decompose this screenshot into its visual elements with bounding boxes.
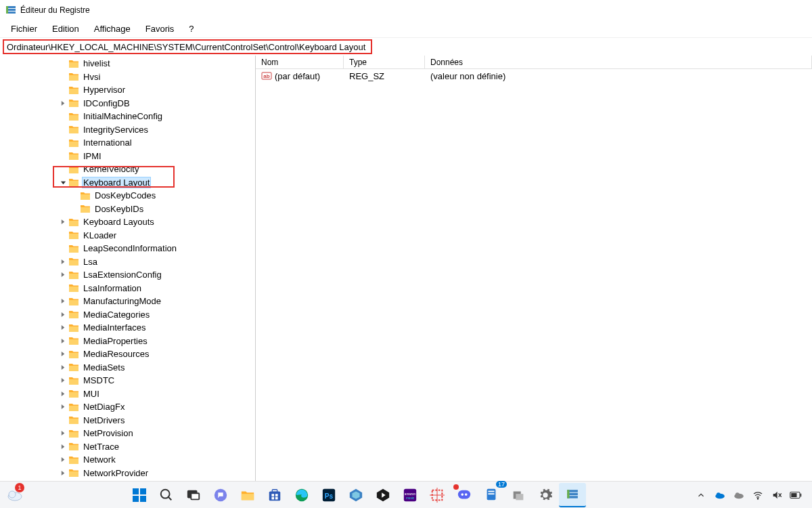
tree-item[interactable]: MUI xyxy=(0,387,255,401)
expand-icon[interactable] xyxy=(59,389,67,398)
tree-item[interactable]: KernelVelocity xyxy=(0,163,255,176)
tree-item[interactable]: NetworkProvider xyxy=(0,467,255,480)
tree-item[interactable]: MediaInterfaces xyxy=(0,321,255,335)
file-explorer-icon[interactable] xyxy=(234,483,261,507)
tree-item-label: NetProvision xyxy=(82,428,135,438)
tree-item[interactable]: DosKeybIDs xyxy=(0,203,255,216)
task-view-button[interactable] xyxy=(180,483,207,507)
value-row[interactable]: ab(par défaut)REG_SZ(valeur non définie) xyxy=(256,69,812,83)
tree-item[interactable]: Keyboard Layouts xyxy=(0,215,255,229)
menu-favorites[interactable]: Favoris xyxy=(139,22,181,35)
menu-help[interactable]: ? xyxy=(182,22,200,35)
tree-item[interactable]: Hvsi xyxy=(0,70,255,84)
tree-item[interactable]: MediaSets xyxy=(0,361,255,375)
values-panel[interactable]: Nom Type Données ab(par défaut)REG_SZ(va… xyxy=(256,56,812,481)
expand-icon[interactable] xyxy=(59,310,67,318)
folder-icon xyxy=(68,138,82,148)
tree-item[interactable]: MediaCategories xyxy=(0,308,255,322)
tree-item[interactable]: MSDTC xyxy=(0,374,255,387)
snipping-tool-icon[interactable] xyxy=(424,483,451,507)
expand-icon[interactable] xyxy=(59,377,67,385)
app-icon-1[interactable] xyxy=(342,483,369,507)
expand-icon[interactable] xyxy=(59,429,67,438)
wifi-icon[interactable] xyxy=(751,488,765,502)
microsoft-store-icon[interactable] xyxy=(261,483,288,507)
search-button[interactable] xyxy=(153,483,180,507)
settings-icon[interactable] xyxy=(532,483,559,507)
onedrive-icon[interactable] xyxy=(713,488,727,502)
tree-item[interactable]: hivelist xyxy=(0,57,255,70)
expand-icon[interactable] xyxy=(59,350,67,358)
expand-icon[interactable] xyxy=(59,442,67,450)
svg-rect-21 xyxy=(275,494,278,496)
teams-chat-icon[interactable] xyxy=(207,483,234,507)
tree-item-label: MediaProperties xyxy=(82,336,149,346)
expand-icon[interactable] xyxy=(59,297,67,305)
folder-icon xyxy=(68,402,82,412)
tree-item[interactable]: NetTrace xyxy=(0,440,255,454)
regedit-taskbar-icon[interactable] xyxy=(559,483,586,507)
tree-item[interactable]: IntegrityServices xyxy=(0,123,255,137)
col-header-data[interactable]: Données xyxy=(425,56,812,68)
menu-edit[interactable]: Edition xyxy=(45,22,86,35)
tree-item[interactable]: NetDiagFx xyxy=(0,400,255,414)
expand-icon[interactable] xyxy=(59,337,67,345)
address-bar[interactable]: Ordinateur\HKEY_LOCAL_MACHINE\SYSTEM\Cur… xyxy=(3,39,372,54)
folder-icon xyxy=(68,230,82,240)
col-header-name[interactable]: Nom xyxy=(256,56,344,68)
tree-item[interactable]: LsaInformation xyxy=(0,282,255,295)
value-name: (par défaut) xyxy=(275,71,320,81)
expand-icon[interactable] xyxy=(59,403,67,411)
tree-item[interactable]: IPMI xyxy=(0,150,255,163)
folder-icon xyxy=(68,336,82,345)
volume-icon[interactable] xyxy=(770,488,784,502)
tree-item[interactable]: IDConfigDB xyxy=(0,97,255,110)
start-button[interactable] xyxy=(126,483,153,507)
tips-icon[interactable]: 17 xyxy=(478,483,505,507)
tree-item[interactable]: LsaExtensionConfig xyxy=(0,268,255,282)
app-icon-2[interactable] xyxy=(369,483,397,507)
expand-icon[interactable] xyxy=(59,469,67,477)
col-header-type[interactable]: Type xyxy=(344,56,425,68)
expand-icon[interactable] xyxy=(59,99,67,107)
discord-icon[interactable] xyxy=(451,483,478,507)
tree-item[interactable]: ManufacturingMode xyxy=(0,295,255,308)
app-icon-3[interactable] xyxy=(505,483,532,507)
tree-item[interactable]: Lsa xyxy=(0,255,255,269)
edge-icon[interactable] xyxy=(288,483,315,507)
system-tray[interactable] xyxy=(694,488,807,502)
tree-item[interactable]: DosKeybCodes xyxy=(0,189,255,203)
tree-item[interactable]: InitialMachineConfig xyxy=(0,110,255,123)
tree-item[interactable]: LeapSecondInformation xyxy=(0,242,255,255)
tree-item[interactable]: MediaProperties xyxy=(0,335,255,348)
tree-item[interactable]: MediaResources xyxy=(0,347,255,361)
svg-point-53 xyxy=(757,498,758,499)
menu-view[interactable]: Affichage xyxy=(87,22,137,35)
tree-item[interactable]: International xyxy=(0,136,255,150)
string-value-icon: ab xyxy=(261,70,272,81)
expand-icon[interactable] xyxy=(59,363,67,371)
collapse-icon[interactable] xyxy=(59,178,67,186)
tree-item[interactable]: Keyboard Layout xyxy=(0,176,255,190)
battery-icon[interactable] xyxy=(789,488,803,502)
photoshop-icon[interactable]: Ps xyxy=(315,483,342,507)
tree-item[interactable]: NetDrivers xyxy=(0,414,255,427)
taskbar-weather[interactable]: 1 xyxy=(5,486,24,505)
tree-item[interactable]: NetProvision xyxy=(0,427,255,440)
tree-item-label: LeapSecondInformation xyxy=(82,243,178,253)
expand-icon[interactable] xyxy=(59,324,67,332)
amazon-music-icon[interactable]: amazonmusic xyxy=(397,483,424,507)
expand-icon[interactable] xyxy=(59,271,67,279)
expand-icon[interactable] xyxy=(59,257,67,266)
tree-item[interactable]: Hypervisor xyxy=(0,83,255,97)
tray-chevron-icon[interactable] xyxy=(694,488,708,502)
tree-item[interactable]: Network xyxy=(0,453,255,467)
expand-icon[interactable] xyxy=(59,218,67,226)
tree-item[interactable]: KLoader xyxy=(0,229,255,242)
expand-icon[interactable] xyxy=(59,456,67,464)
folder-icon xyxy=(68,151,82,161)
onedrive-icon-2[interactable] xyxy=(732,488,746,502)
menu-file[interactable]: Fichier xyxy=(4,22,44,35)
registry-tree[interactable]: hivelistHvsiHypervisorIDConfigDBInitialM… xyxy=(0,56,256,481)
window-titlebar: Éditeur du Registre xyxy=(0,0,812,20)
